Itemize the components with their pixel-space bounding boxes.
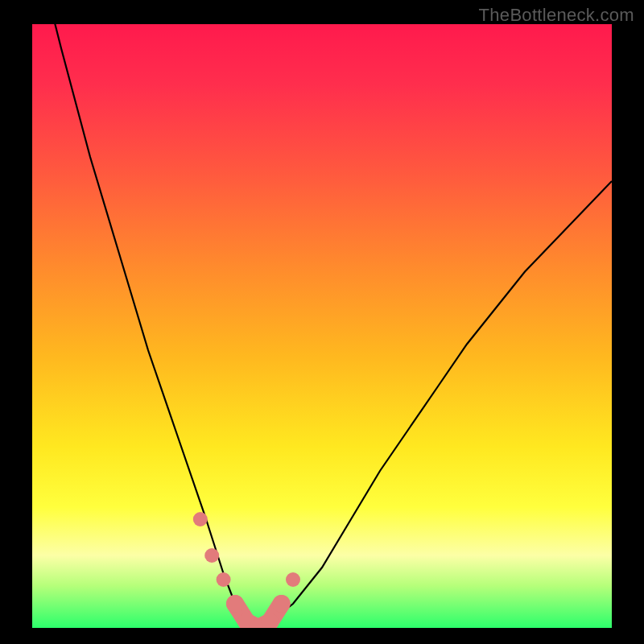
marker-dot — [273, 595, 291, 613]
marker-dot — [226, 595, 244, 613]
chart-svg — [32, 24, 612, 628]
plot-area — [32, 24, 612, 628]
chart-container: TheBottleneck.com — [0, 0, 644, 644]
bottleneck-curve — [32, 24, 612, 628]
marker-dot — [193, 512, 208, 526]
marker-dot — [217, 572, 231, 587]
marker-dot — [204, 548, 219, 563]
watermark-text: TheBottleneck.com — [479, 5, 634, 26]
marker-dot — [286, 572, 300, 587]
